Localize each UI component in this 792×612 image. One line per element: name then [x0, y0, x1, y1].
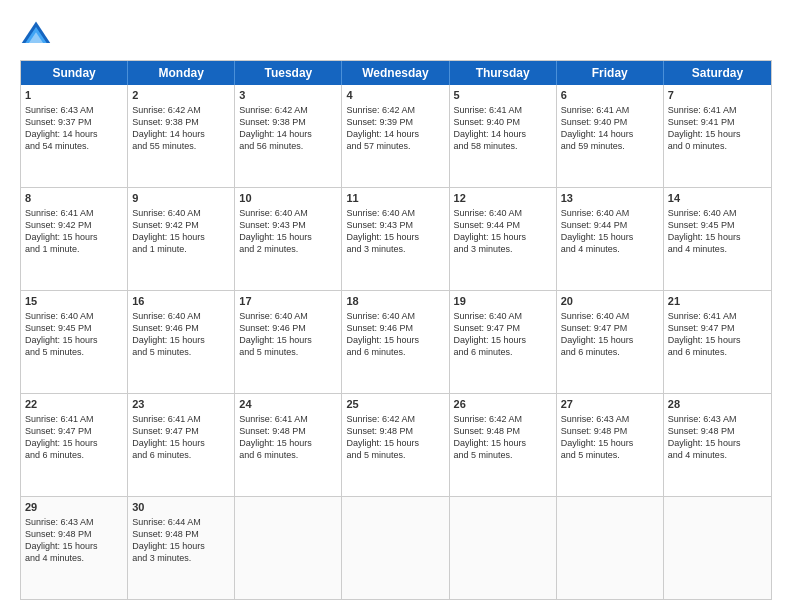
day-number: 11 [346, 191, 444, 206]
day-info-line: Daylight: 15 hours [346, 334, 444, 346]
day-info-line: Sunrise: 6:41 AM [454, 104, 552, 116]
calendar-cell: 26Sunrise: 6:42 AMSunset: 9:48 PMDayligh… [450, 394, 557, 496]
day-info-line: Sunrise: 6:40 AM [25, 310, 123, 322]
day-info-line: Daylight: 15 hours [346, 231, 444, 243]
day-number: 8 [25, 191, 123, 206]
header-cell-sunday: Sunday [21, 61, 128, 85]
day-info-line: Sunset: 9:45 PM [25, 322, 123, 334]
day-info-line: Daylight: 15 hours [239, 437, 337, 449]
day-info-line: Sunrise: 6:41 AM [25, 413, 123, 425]
day-info-line: Sunset: 9:48 PM [454, 425, 552, 437]
day-info-line: Daylight: 15 hours [346, 437, 444, 449]
day-info-line: Sunrise: 6:43 AM [561, 413, 659, 425]
day-info-line: and 6 minutes. [668, 346, 767, 358]
day-info-line: and 1 minute. [25, 243, 123, 255]
day-info-line: Sunrise: 6:40 AM [668, 207, 767, 219]
day-info-line: Daylight: 15 hours [132, 334, 230, 346]
calendar-cell: 10Sunrise: 6:40 AMSunset: 9:43 PMDayligh… [235, 188, 342, 290]
calendar-cell: 27Sunrise: 6:43 AMSunset: 9:48 PMDayligh… [557, 394, 664, 496]
day-info-line: Sunset: 9:39 PM [346, 116, 444, 128]
day-number: 13 [561, 191, 659, 206]
day-info-line: Sunset: 9:48 PM [239, 425, 337, 437]
day-info-line: Sunrise: 6:41 AM [668, 104, 767, 116]
day-info-line: Sunset: 9:43 PM [239, 219, 337, 231]
day-info-line: Daylight: 15 hours [668, 128, 767, 140]
day-info-line: Sunrise: 6:40 AM [346, 207, 444, 219]
day-number: 1 [25, 88, 123, 103]
day-info-line: Sunrise: 6:42 AM [346, 104, 444, 116]
calendar-cell: 2Sunrise: 6:42 AMSunset: 9:38 PMDaylight… [128, 85, 235, 187]
day-number: 12 [454, 191, 552, 206]
day-info-line: Sunset: 9:47 PM [561, 322, 659, 334]
day-info-line: Daylight: 15 hours [454, 231, 552, 243]
day-info-line: Sunset: 9:46 PM [239, 322, 337, 334]
calendar-cell: 24Sunrise: 6:41 AMSunset: 9:48 PMDayligh… [235, 394, 342, 496]
day-info-line: Sunset: 9:37 PM [25, 116, 123, 128]
calendar-cell: 21Sunrise: 6:41 AMSunset: 9:47 PMDayligh… [664, 291, 771, 393]
day-info-line: and 56 minutes. [239, 140, 337, 152]
day-number: 24 [239, 397, 337, 412]
day-info-line: Daylight: 15 hours [25, 334, 123, 346]
day-info-line: Daylight: 15 hours [239, 231, 337, 243]
day-info-line: Daylight: 15 hours [25, 540, 123, 552]
day-number: 29 [25, 500, 123, 515]
day-info-line: and 4 minutes. [561, 243, 659, 255]
logo-icon [20, 18, 52, 50]
day-number: 3 [239, 88, 337, 103]
day-info-line: Sunset: 9:47 PM [132, 425, 230, 437]
day-info-line: Sunset: 9:45 PM [668, 219, 767, 231]
day-info-line: Sunset: 9:44 PM [561, 219, 659, 231]
day-info-line: and 6 minutes. [25, 449, 123, 461]
day-info-line: Sunrise: 6:42 AM [454, 413, 552, 425]
calendar-cell: 12Sunrise: 6:40 AMSunset: 9:44 PMDayligh… [450, 188, 557, 290]
calendar-cell: 17Sunrise: 6:40 AMSunset: 9:46 PMDayligh… [235, 291, 342, 393]
logo [20, 18, 58, 50]
calendar-header: SundayMondayTuesdayWednesdayThursdayFrid… [21, 61, 771, 85]
day-info-line: and 59 minutes. [561, 140, 659, 152]
day-info-line: and 6 minutes. [561, 346, 659, 358]
calendar-cell: 11Sunrise: 6:40 AMSunset: 9:43 PMDayligh… [342, 188, 449, 290]
day-info-line: and 5 minutes. [561, 449, 659, 461]
day-info-line: and 5 minutes. [346, 449, 444, 461]
day-info-line: Daylight: 14 hours [25, 128, 123, 140]
day-info-line: Sunrise: 6:43 AM [668, 413, 767, 425]
day-info-line: Sunrise: 6:40 AM [561, 310, 659, 322]
day-info-line: Daylight: 15 hours [239, 334, 337, 346]
day-info-line: and 6 minutes. [239, 449, 337, 461]
day-number: 5 [454, 88, 552, 103]
day-info-line: Sunset: 9:42 PM [25, 219, 123, 231]
calendar-row: 22Sunrise: 6:41 AMSunset: 9:47 PMDayligh… [21, 393, 771, 496]
calendar-cell [342, 497, 449, 599]
day-number: 27 [561, 397, 659, 412]
day-info-line: Daylight: 15 hours [25, 437, 123, 449]
day-number: 21 [668, 294, 767, 309]
calendar-cell: 6Sunrise: 6:41 AMSunset: 9:40 PMDaylight… [557, 85, 664, 187]
day-info-line: and 6 minutes. [346, 346, 444, 358]
day-info-line: Sunrise: 6:41 AM [239, 413, 337, 425]
calendar-cell: 28Sunrise: 6:43 AMSunset: 9:48 PMDayligh… [664, 394, 771, 496]
day-info-line: Daylight: 14 hours [239, 128, 337, 140]
day-info-line: Daylight: 14 hours [561, 128, 659, 140]
calendar-cell: 30Sunrise: 6:44 AMSunset: 9:48 PMDayligh… [128, 497, 235, 599]
day-info-line: and 4 minutes. [25, 552, 123, 564]
day-info-line: Sunset: 9:48 PM [346, 425, 444, 437]
calendar-cell: 13Sunrise: 6:40 AMSunset: 9:44 PMDayligh… [557, 188, 664, 290]
day-info-line: and 5 minutes. [239, 346, 337, 358]
day-info-line: and 3 minutes. [132, 552, 230, 564]
calendar-cell: 9Sunrise: 6:40 AMSunset: 9:42 PMDaylight… [128, 188, 235, 290]
day-info-line: Sunset: 9:42 PM [132, 219, 230, 231]
day-number: 25 [346, 397, 444, 412]
calendar-cell [450, 497, 557, 599]
header-cell-tuesday: Tuesday [235, 61, 342, 85]
day-info-line: Daylight: 15 hours [561, 334, 659, 346]
calendar-cell [557, 497, 664, 599]
calendar-row: 15Sunrise: 6:40 AMSunset: 9:45 PMDayligh… [21, 290, 771, 393]
calendar: SundayMondayTuesdayWednesdayThursdayFrid… [20, 60, 772, 600]
day-info-line: Daylight: 15 hours [668, 437, 767, 449]
page-header [20, 18, 772, 50]
day-info-line: Daylight: 14 hours [132, 128, 230, 140]
calendar-cell: 3Sunrise: 6:42 AMSunset: 9:38 PMDaylight… [235, 85, 342, 187]
day-info-line: Sunrise: 6:40 AM [454, 207, 552, 219]
day-info-line: Daylight: 15 hours [668, 231, 767, 243]
day-info-line: Sunrise: 6:40 AM [346, 310, 444, 322]
